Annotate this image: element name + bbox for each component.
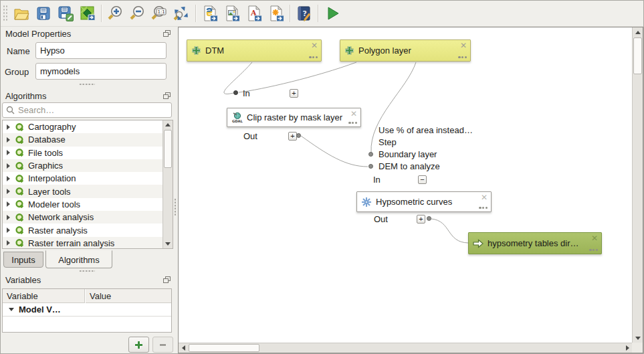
expander-icon[interactable]: [7, 176, 10, 181]
float-panel-icon[interactable]: [163, 276, 171, 284]
expander-icon[interactable]: [7, 201, 10, 207]
remove-node-icon[interactable]: ✕: [481, 193, 488, 202]
node-output-hypsometry-tables-dir[interactable]: hypsometry tables dir… ✕: [468, 232, 602, 254]
tab-algorithms[interactable]: Algorithms: [45, 250, 112, 268]
export-as-image-button[interactable]: [221, 3, 243, 24]
remove-node-icon[interactable]: ✕: [591, 234, 598, 243]
model-group-input[interactable]: [35, 63, 167, 80]
splitter-handle[interactable]: [79, 270, 95, 272]
add-variable-button[interactable]: [128, 337, 149, 353]
scroll-left-arrow[interactable]: [179, 343, 188, 353]
qgis-provider-icon: [15, 213, 24, 222]
zoom-out-button[interactable]: [126, 3, 148, 24]
algorithm-group-file-tools[interactable]: File tools: [3, 147, 163, 159]
clip-expand-outputs-button[interactable]: +: [288, 132, 297, 141]
hypso-expand-outputs-button[interactable]: +: [417, 215, 425, 224]
scroll-down-arrow[interactable]: [163, 240, 173, 248]
scroll-thumb[interactable]: [633, 37, 642, 74]
expander-icon[interactable]: [7, 228, 10, 233]
expander-icon[interactable]: [7, 150, 10, 155]
variable-column-header[interactable]: Variable: [3, 289, 85, 303]
model-designer-window: 1:1: [0, 0, 644, 354]
node-input-dtm[interactable]: DTM ✕: [187, 39, 322, 62]
run-play-icon: [324, 5, 341, 22]
canvas-horizontal-scrollbar[interactable]: [179, 343, 632, 353]
scroll-thumb[interactable]: [164, 130, 172, 168]
canvas-vertical-scrollbar[interactable]: [632, 27, 643, 343]
hypso-collapse-inputs-button[interactable]: −: [418, 175, 427, 184]
algorithm-group-database[interactable]: Database: [3, 133, 163, 146]
algorithm-group-network-analysis[interactable]: Network analysis: [3, 211, 163, 224]
comment-dots-icon[interactable]: [479, 207, 488, 209]
export-as-pdf-button[interactable]: A: [243, 3, 265, 24]
model-name-input[interactable]: [35, 42, 167, 59]
tab-inputs[interactable]: Inputs: [3, 252, 43, 268]
expander-icon[interactable]: [7, 215, 10, 220]
save-model-in-project-button[interactable]: [76, 3, 98, 24]
comment-dots-icon[interactable]: [458, 56, 467, 58]
help-book-icon: ?: [296, 5, 313, 22]
save-model-as-button[interactable]: [54, 3, 76, 24]
hypso-out-socket[interactable]: [427, 216, 431, 221]
edit-model-help-button[interactable]: ?: [293, 3, 315, 24]
expander-icon[interactable]: [7, 163, 10, 169]
node-hypsometric-curves[interactable]: Hypsometric curves ✕: [356, 191, 492, 212]
collapse-icon[interactable]: [9, 308, 14, 311]
algorithm-search-input[interactable]: Search…: [2, 102, 172, 118]
expander-icon[interactable]: [7, 137, 10, 143]
save-model-button[interactable]: [32, 3, 54, 24]
value-column-header[interactable]: Value: [86, 289, 171, 303]
group-label: File tools: [28, 148, 63, 158]
model-variables-row[interactable]: Model V…: [3, 303, 171, 317]
comment-dots-icon[interactable]: [589, 249, 598, 251]
expander-icon[interactable]: [7, 124, 10, 130]
clip-in-socket[interactable]: [233, 90, 238, 95]
splitter-handle[interactable]: [79, 83, 95, 86]
float-panel-icon[interactable]: [163, 92, 171, 100]
algorithm-group-graphics[interactable]: Graphics: [3, 159, 163, 172]
boundary-layer-socket[interactable]: [368, 152, 373, 157]
tree-scrollbar[interactable]: [163, 120, 173, 248]
expander-icon[interactable]: [7, 189, 10, 194]
panel-splitter-handle[interactable]: [174, 198, 177, 215]
node-input-polygon-layer[interactable]: Polygon layer ✕: [340, 39, 471, 62]
run-model-button[interactable]: [321, 3, 343, 24]
export-as-svg-button[interactable]: [265, 3, 287, 24]
toolbar-drag-handle[interactable]: [3, 5, 7, 22]
svg-text:GDAL: GDAL: [232, 119, 243, 123]
remove-node-icon[interactable]: ✕: [311, 41, 318, 50]
variables-table: Variable Value Model V…: [2, 288, 172, 333]
comment-dots-icon[interactable]: [348, 122, 357, 124]
scroll-up-arrow[interactable]: [163, 120, 173, 129]
scrollbar-corner: [632, 343, 643, 353]
group-label: Raster analysis: [28, 226, 88, 236]
algorithm-group-interpolation[interactable]: Interpolation: [3, 172, 163, 185]
expander-icon[interactable]: [7, 240, 10, 246]
comment-dots-icon[interactable]: [309, 56, 318, 58]
scroll-thumb[interactable]: [189, 344, 259, 352]
algorithm-group-modeler-tools[interactable]: Modeler tools: [3, 198, 163, 211]
algorithm-group-layer-tools[interactable]: Layer tools: [3, 185, 163, 197]
dem-to-analyze-socket[interactable]: [368, 164, 373, 169]
group-label: Database: [28, 135, 66, 145]
float-panel-icon[interactable]: [163, 30, 171, 37]
zoom-actual-button[interactable]: 1:1: [148, 3, 171, 24]
model-canvas[interactable]: DTM ✕ Polygon layer ✕ In + GDAL: [178, 27, 643, 353]
algorithm-group-raster-analysis[interactable]: Raster analysis: [3, 224, 163, 236]
export-as-python-button[interactable]: [199, 3, 221, 24]
clip-expand-inputs-button[interactable]: +: [290, 89, 298, 98]
remove-variable-button[interactable]: [152, 337, 173, 353]
scroll-right-arrow[interactable]: [623, 343, 632, 353]
scroll-down-arrow[interactable]: [633, 333, 643, 343]
scroll-up-arrow[interactable]: [633, 27, 643, 37]
open-model-button[interactable]: [10, 3, 32, 24]
qgis-provider-icon: [15, 122, 24, 132]
remove-node-icon[interactable]: ✕: [460, 41, 467, 50]
algorithm-group-cartography[interactable]: Cartography: [3, 120, 163, 133]
algorithm-group-raster-terrain-analysis[interactable]: Raster terrain analysis: [3, 237, 163, 249]
zoom-in-button[interactable]: [104, 3, 126, 24]
node-clip-raster-by-mask-layer[interactable]: GDAL Clip raster by mask layer ✕: [227, 108, 361, 127]
clip-out-socket[interactable]: [296, 133, 301, 138]
zoom-full-button[interactable]: [171, 3, 193, 24]
remove-node-icon[interactable]: ✕: [350, 109, 357, 118]
